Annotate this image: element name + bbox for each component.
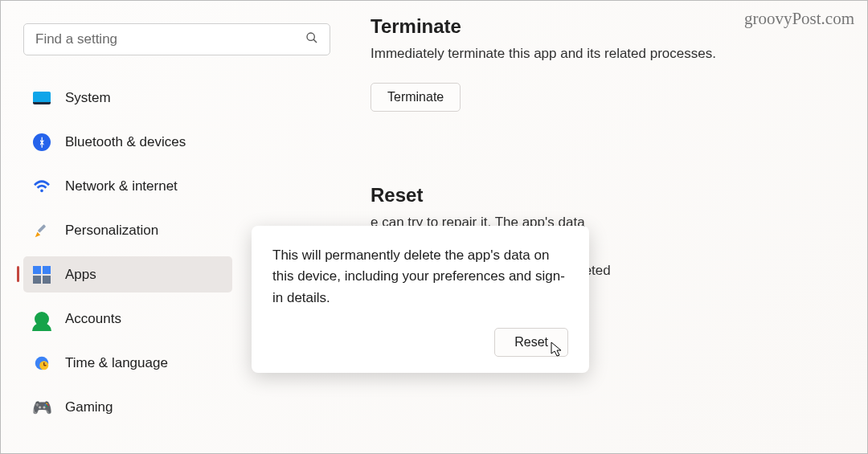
sidebar-item-personalization[interactable]: Personalization xyxy=(23,212,232,248)
svg-rect-3 xyxy=(38,224,46,232)
sidebar-item-time-language[interactable]: Time & language xyxy=(23,345,232,381)
terminate-description: Immediately terminate this app and its r… xyxy=(371,46,867,62)
system-icon xyxy=(33,89,51,107)
reset-confirm-tooltip: This will permanently delete the app's d… xyxy=(252,226,589,373)
globe-clock-icon xyxy=(33,354,51,372)
terminate-button[interactable]: Terminate xyxy=(371,83,461,112)
sidebar-item-label: Apps xyxy=(65,267,96,283)
gamepad-icon: 🎮 xyxy=(33,399,51,416)
nav-list: System ᚼ Bluetooth & devices Network & i… xyxy=(23,80,242,425)
sidebar: System ᚼ Bluetooth & devices Network & i… xyxy=(1,1,242,453)
svg-point-0 xyxy=(307,33,314,40)
sidebar-item-system[interactable]: System xyxy=(23,80,232,116)
person-icon xyxy=(33,310,51,328)
apps-icon xyxy=(33,266,51,284)
sidebar-item-label: Gaming xyxy=(65,399,113,415)
sidebar-item-label: Accounts xyxy=(65,311,121,327)
sidebar-item-label: Bluetooth & devices xyxy=(65,134,186,150)
cursor-icon xyxy=(551,342,563,362)
sidebar-item-label: System xyxy=(65,90,111,106)
reset-heading: Reset xyxy=(371,184,867,207)
sidebar-item-gaming[interactable]: 🎮 Gaming xyxy=(23,389,232,425)
search-input[interactable] xyxy=(35,31,299,47)
sidebar-item-label: Personalization xyxy=(65,223,158,239)
paintbrush-icon xyxy=(33,222,51,239)
bluetooth-icon: ᚼ xyxy=(33,133,51,151)
sidebar-item-apps[interactable]: Apps xyxy=(23,256,232,292)
sidebar-item-label: Time & language xyxy=(65,355,168,371)
svg-point-2 xyxy=(40,189,43,192)
sidebar-item-accounts[interactable]: Accounts xyxy=(23,301,232,337)
sidebar-item-bluetooth[interactable]: ᚼ Bluetooth & devices xyxy=(23,124,232,160)
svg-line-1 xyxy=(313,39,317,43)
search-box[interactable] xyxy=(23,23,330,55)
tooltip-text: This will permanently delete the app's d… xyxy=(272,245,568,309)
wifi-icon xyxy=(33,178,51,195)
sidebar-item-network[interactable]: Network & internet xyxy=(23,168,232,204)
search-icon xyxy=(305,31,318,47)
watermark: groovyPost.com xyxy=(744,9,854,29)
sidebar-item-label: Network & internet xyxy=(65,178,178,194)
